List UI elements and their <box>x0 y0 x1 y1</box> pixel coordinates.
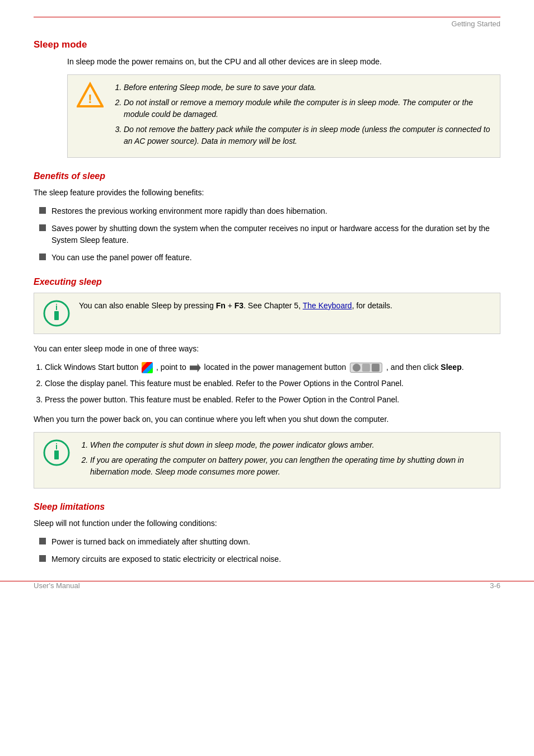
key-fn: Fn <box>216 301 226 310</box>
warning-icon: ! <box>77 82 104 109</box>
limitation-item-2: Memory circuits are exposed to static el… <box>39 553 500 565</box>
bullet-icon-3 <box>39 253 46 260</box>
info-icon-1: i <box>43 300 70 327</box>
warning-item-2: Do not install or remove a memory module… <box>124 97 491 120</box>
info-item-1: When the computer is shut down in sleep … <box>90 439 491 451</box>
executing-sleep-section: Executing sleep i You can also enable Sl… <box>34 277 500 489</box>
sleep-mode-section: Sleep mode In sleep mode the power remai… <box>34 39 500 158</box>
sleep-mode-title: Sleep mode <box>34 39 500 50</box>
page-footer: User's Manual 3-6 <box>0 581 534 590</box>
keyboard-link[interactable]: The Keyboard <box>303 301 352 310</box>
svg-text:i: i <box>55 303 58 312</box>
benefit-item-1: Restores the previous working environmen… <box>39 205 500 217</box>
info-items-content: When the computer is shut down in sleep … <box>79 439 491 481</box>
benefit-item-3: You can use the panel power off feature. <box>39 252 500 264</box>
benefits-list: Restores the previous working environmen… <box>34 205 500 264</box>
footer-left: User's Manual <box>34 581 80 590</box>
benefits-intro: The sleep feature provides the following… <box>34 187 500 199</box>
header-rule <box>34 17 500 17</box>
benefits-section: Benefits of sleep The sleep feature prov… <box>34 171 500 264</box>
svg-text:!: ! <box>88 92 92 106</box>
warning-content: Before entering Sleep mode, be sure to s… <box>113 82 491 151</box>
limitation-item-1: Power is turned back on immediately afte… <box>39 536 500 548</box>
executing-intro: You can enter sleep mode in one of three… <box>34 343 500 355</box>
limitations-list: Power is turned back on immediately afte… <box>34 536 500 565</box>
footer-right: 3-6 <box>490 581 500 590</box>
sleep-limitations-title: Sleep limitations <box>34 502 500 512</box>
info-item-2: If you are operating the computer on bat… <box>90 454 491 478</box>
bullet-icon-1 <box>39 207 46 214</box>
info-box-2: i When the computer is shut down in slee… <box>34 432 500 489</box>
arrow-icon <box>190 362 201 373</box>
svg-rect-5 <box>54 311 59 313</box>
sleep-label: Sleep <box>441 363 461 372</box>
sleep-mode-intro: In sleep mode the power remains on, but … <box>67 56 500 68</box>
power-bar-icon <box>350 363 382 373</box>
info-note-content: You can also enable Sleep by pressing Fn… <box>79 300 491 312</box>
warning-item-1: Before entering Sleep mode, be sure to s… <box>124 82 491 93</box>
step-2: Close the display panel. This feature mu… <box>45 378 500 389</box>
executing-steps: Click Windows Start button , point to lo… <box>34 361 500 406</box>
executing-sleep-title: Executing sleep <box>34 277 500 287</box>
bullet-icon-lim-2 <box>39 555 46 562</box>
benefits-title: Benefits of sleep <box>34 171 500 181</box>
power-btn-2 <box>362 364 370 372</box>
info-box-1: i You can also enable Sleep by pressing … <box>34 293 500 334</box>
power-btn-1 <box>353 364 360 372</box>
benefit-item-2: Saves power by shutting down the system … <box>39 223 500 246</box>
info-note-text: You can also enable Sleep by pressing Fn… <box>79 301 392 310</box>
bullet-icon-2 <box>39 224 46 231</box>
limitations-intro: Sleep will not function under the follow… <box>34 518 500 529</box>
step-1: Click Windows Start button , point to lo… <box>45 361 500 373</box>
windows-start-icon <box>142 362 153 373</box>
sleep-mode-content: In sleep mode the power remains on, but … <box>34 56 500 158</box>
power-back-on-text: When you turn the power back on, you can… <box>34 414 500 425</box>
page-header: Getting Started <box>34 20 500 28</box>
power-btn-3 <box>372 364 380 372</box>
svg-rect-9 <box>54 450 59 453</box>
warning-box: ! Before entering Sleep mode, be sure to… <box>67 74 500 158</box>
svg-text:i: i <box>55 442 58 451</box>
key-f3: F3 <box>235 301 243 310</box>
info-icon-2: i <box>43 439 70 466</box>
step-3: Press the power button. This feature mus… <box>45 394 500 406</box>
page-content: Getting Started Sleep mode In sleep mode… <box>0 0 534 601</box>
svg-rect-8 <box>54 452 59 459</box>
sleep-limitations-section: Sleep limitations Sleep will not functio… <box>34 502 500 565</box>
svg-rect-4 <box>54 312 59 320</box>
bullet-icon-lim-1 <box>39 538 46 544</box>
warning-item-3: Do not remove the battery pack while the… <box>124 124 491 147</box>
